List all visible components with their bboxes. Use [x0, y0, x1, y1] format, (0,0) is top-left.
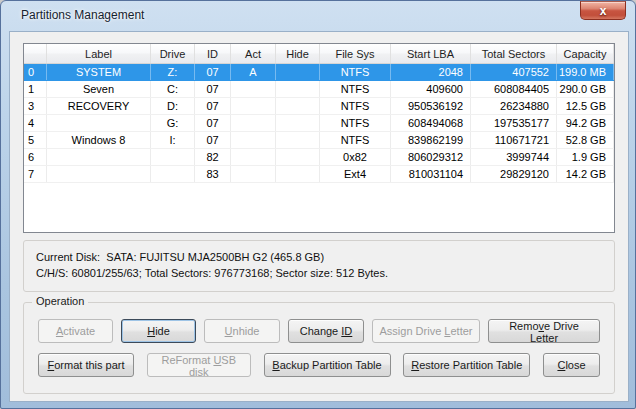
operation-group: Operation ActivateHideUnhideChange IDAss… [23, 302, 615, 394]
cell-label: RECOVERY [47, 98, 151, 114]
cell-start_lba: 950536192 [391, 98, 471, 114]
column-header-drive[interactable]: Drive [151, 44, 195, 63]
cell-filesys: 0x82 [320, 149, 391, 165]
cell-act [231, 98, 276, 114]
window-title: Partitions Management [21, 8, 144, 22]
column-header-label[interactable]: Label [47, 44, 151, 63]
cell-act [231, 81, 276, 97]
table-row[interactable]: 783Ext48100311042982912014.2 GB [24, 166, 614, 183]
format-this-part-button[interactable]: Format this part [38, 353, 134, 377]
unhide-button: Unhide [204, 319, 280, 343]
close-button[interactable]: Close [543, 353, 600, 377]
cell-capacity: 52.8 GB [557, 132, 614, 148]
current-disk-line: Current Disk: SATA: FUJITSU MJA2500BH G2… [36, 249, 614, 265]
table-row[interactable]: 3RECOVERYD:07NTFS9505361922623488012.5 G… [24, 98, 614, 115]
cell-capacity: 94.2 GB [557, 115, 614, 131]
table-row[interactable]: 5Windows 8I:07NTFS83986219911067172152.8… [24, 132, 614, 149]
cell-total_sectors: 3999744 [471, 149, 557, 165]
column-header-capacity[interactable]: Capacity [557, 44, 614, 63]
column-header-hide[interactable]: Hide [276, 44, 320, 63]
cell-label [47, 166, 151, 182]
table-header-row: LabelDriveIDActHideFile SysStart LBATota… [24, 44, 614, 64]
cell-capacity: 1.9 GB [557, 149, 614, 165]
cell-num: 4 [24, 115, 47, 131]
cell-hide [276, 166, 320, 182]
table-row[interactable]: 6820x8280602931239997441.9 GB [24, 149, 614, 166]
reformat-usb-disk-button: ReFormat USB disk [147, 353, 251, 377]
cell-label: SYSTEM [47, 64, 151, 80]
cell-id: 07 [195, 115, 231, 131]
cell-id: 07 [195, 98, 231, 114]
restore-partition-table-button[interactable]: Restore Partition Table [403, 353, 530, 377]
column-header-total_sectors[interactable]: Total Sectors [471, 44, 557, 63]
cell-hide [276, 81, 320, 97]
table-row[interactable]: 1SevenC:07NTFS409600608084405290.0 GB [24, 81, 614, 98]
cell-start_lba: 409600 [391, 81, 471, 97]
cell-id: 83 [195, 166, 231, 182]
cell-drive [151, 166, 195, 182]
operation-button-row-2: Format this partReFormat USB diskBackup … [38, 353, 600, 377]
dialog-client-area: LabelDriveIDActHideFile SysStart LBATota… [9, 31, 629, 402]
cell-start_lba: 2048 [391, 64, 471, 80]
cell-hide [276, 132, 320, 148]
cell-drive [151, 149, 195, 165]
change-id-button[interactable]: Change ID [288, 319, 364, 343]
chs-sectors-line: C/H/S: 60801/255/63; Total Sectors: 9767… [36, 265, 614, 281]
table-row[interactable]: 0SYSTEMZ:07ANTFS2048407552199.0 MB [24, 64, 614, 81]
cell-num: 0 [24, 64, 47, 80]
cell-hide [276, 98, 320, 114]
column-header-start_lba[interactable]: Start LBA [391, 44, 471, 63]
backup-partition-table-button[interactable]: Backup Partition Table [264, 353, 391, 377]
cell-filesys: NTFS [320, 98, 391, 114]
activate-button: Activate [38, 319, 113, 343]
cell-label: Seven [47, 81, 151, 97]
cell-drive: Z: [151, 64, 195, 80]
cell-filesys: NTFS [320, 81, 391, 97]
cell-num: 1 [24, 81, 47, 97]
cell-act [231, 115, 276, 131]
cell-id: 07 [195, 81, 231, 97]
cell-hide [276, 115, 320, 131]
column-header-act[interactable]: Act [231, 44, 276, 63]
cell-act [231, 149, 276, 165]
close-button[interactable]: x [580, 1, 626, 20]
cell-start_lba: 806029312 [391, 149, 471, 165]
cell-total_sectors: 608084405 [471, 81, 557, 97]
cell-label: Windows 8 [47, 132, 151, 148]
cell-id: 07 [195, 64, 231, 80]
cell-total_sectors: 29829120 [471, 166, 557, 182]
cell-act: A [231, 64, 276, 80]
cell-drive: G: [151, 115, 195, 131]
table-row[interactable]: 4G:07NTFS60849406819753517794.2 GB [24, 115, 614, 132]
cell-capacity: 14.2 GB [557, 166, 614, 182]
cell-drive: I: [151, 132, 195, 148]
column-header-filesys[interactable]: File Sys [320, 44, 391, 63]
cell-num: 6 [24, 149, 47, 165]
cell-drive: D: [151, 98, 195, 114]
cell-filesys: NTFS [320, 64, 391, 80]
cell-start_lba: 810031104 [391, 166, 471, 182]
cell-filesys: Ext4 [320, 166, 391, 182]
column-header-num[interactable] [24, 44, 47, 63]
partitions-table: LabelDriveIDActHideFile SysStart LBATota… [23, 43, 615, 233]
current-disk-info-panel: Current Disk: SATA: FUJITSU MJA2500BH G2… [23, 240, 615, 292]
cell-total_sectors: 197535177 [471, 115, 557, 131]
hide-button[interactable]: Hide [121, 319, 196, 343]
cell-capacity: 290.0 GB [557, 81, 614, 97]
cell-capacity: 12.5 GB [557, 98, 614, 114]
cell-start_lba: 608494068 [391, 115, 471, 131]
column-header-id[interactable]: ID [195, 44, 231, 63]
cell-num: 5 [24, 132, 47, 148]
cell-total_sectors: 26234880 [471, 98, 557, 114]
assign-drive-letter-button: Assign Drive Letter [372, 319, 480, 343]
cell-hide [276, 149, 320, 165]
cell-drive: C: [151, 81, 195, 97]
remove-drive-letter-button[interactable]: Remove Drive Letter [488, 319, 600, 343]
cell-total_sectors: 110671721 [471, 132, 557, 148]
cell-label [47, 149, 151, 165]
title-bar[interactable]: Partitions Management x [1, 1, 635, 31]
cell-filesys: NTFS [320, 132, 391, 148]
cell-act [231, 166, 276, 182]
cell-label [47, 115, 151, 131]
cell-act [231, 132, 276, 148]
